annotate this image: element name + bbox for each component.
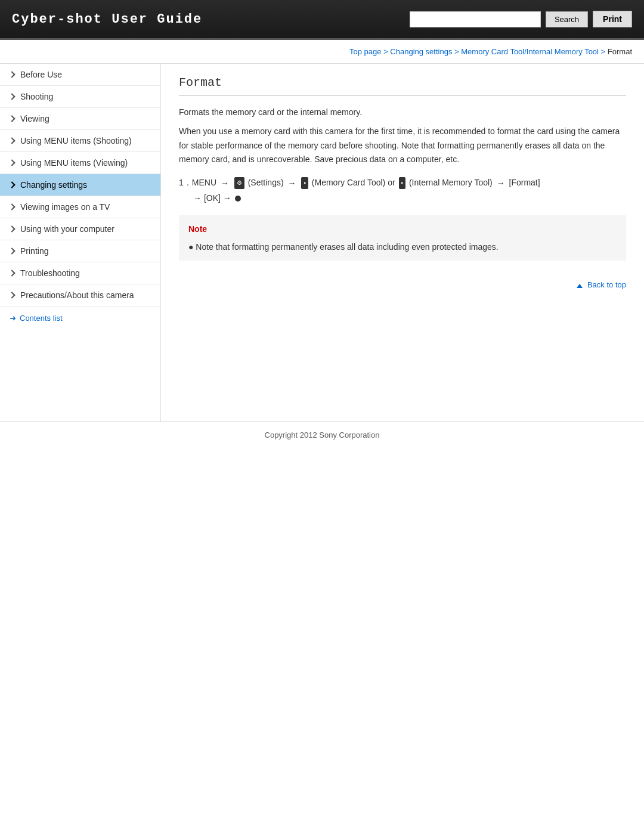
content-area: Format Formats the memory card or the in… — [161, 64, 644, 422]
page-title: Format — [179, 76, 626, 96]
note-label: Note — [188, 222, 617, 237]
sidebar-item-label: Changing settings — [20, 180, 87, 190]
settings-label: (Settings) — [248, 178, 284, 187]
arrow-ok: → [OK] → — [179, 193, 231, 203]
sidebar-item-shooting[interactable]: Shooting — [0, 86, 160, 108]
sidebar-item-label: Viewing — [20, 114, 49, 123]
chevron-right-icon — [8, 159, 15, 166]
sidebar-item-label: Using with your computer — [20, 224, 114, 234]
header-controls: Search Print — [410, 11, 632, 27]
memory-card-label: (Memory Card Tool) or — [312, 178, 395, 187]
description-1: Formats the memory card or the internal … — [179, 106, 626, 120]
sidebar-item-changing-settings[interactable]: Changing settings — [0, 174, 160, 196]
memory-card-icon: ▪ — [301, 177, 308, 189]
arrow-icon: → — [221, 176, 229, 191]
description-2: When you use a memory card with this cam… — [179, 125, 626, 167]
sidebar-item-label: Precautions/About this camera — [20, 290, 134, 300]
sidebar-item-viewing-images-tv[interactable]: Viewing images on a TV — [0, 196, 160, 218]
sidebar-item-precautions[interactable]: Precautions/About this camera — [0, 284, 160, 306]
chevron-right-icon — [8, 247, 15, 254]
breadcrumb-sep1: > — [383, 47, 390, 56]
sidebar-item-troubleshooting[interactable]: Troubleshooting — [0, 262, 160, 284]
note-box: Note Note that formatting permanently er… — [179, 215, 626, 261]
app-title: Cyber-shot User Guide — [12, 12, 202, 27]
sidebar-item-viewing[interactable]: Viewing — [0, 108, 160, 130]
chevron-right-icon — [8, 292, 15, 298]
back-to-top-link[interactable]: Back to top — [577, 280, 626, 289]
sidebar-item-label: Viewing images on a TV — [20, 202, 110, 212]
sidebar-item-label: Using MENU items (Viewing) — [20, 158, 128, 168]
breadcrumb-memory-card-tool[interactable]: Memory Card Tool/Internal Memory Tool — [461, 47, 599, 56]
back-to-top: Back to top — [179, 278, 626, 292]
internal-memory-label: (Internal Memory Tool) — [409, 178, 493, 187]
breadcrumb-current: Format — [608, 47, 632, 56]
chevron-right-icon — [8, 137, 15, 144]
sidebar-item-printing[interactable]: Printing — [0, 240, 160, 262]
copyright-text: Copyright 2012 Sony Corporation — [265, 431, 380, 439]
internal-memory-icon: ▪ — [399, 177, 406, 189]
content-body: Formats the memory card or the internal … — [179, 106, 626, 292]
chevron-right-icon — [8, 93, 15, 100]
arrow-right-icon: ➜ — [10, 314, 16, 323]
chevron-right-icon — [8, 115, 15, 122]
print-button[interactable]: Print — [593, 11, 632, 27]
chevron-right-icon — [8, 225, 15, 232]
sidebar-item-label: Troubleshooting — [20, 268, 80, 278]
contents-list-label: Contents list — [20, 314, 63, 323]
breadcrumb-changing-settings[interactable]: Changing settings — [390, 47, 452, 56]
breadcrumb-top-page[interactable]: Top page — [349, 47, 382, 56]
arrow-icon: → — [497, 176, 505, 191]
breadcrumb-sep2: > — [454, 47, 461, 56]
chevron-right-icon — [8, 181, 15, 188]
sidebar: Before Use Shooting Viewing Using MENU i… — [0, 64, 161, 422]
step-number: 1．MENU — [179, 178, 216, 187]
chevron-right-icon — [8, 203, 15, 210]
settings-icon: ⚙ — [234, 177, 244, 189]
sidebar-item-before-use[interactable]: Before Use — [0, 64, 160, 86]
sidebar-item-label: Before Use — [20, 70, 62, 79]
sidebar-item-using-with-computer[interactable]: Using with your computer — [0, 218, 160, 240]
chevron-right-icon — [8, 71, 15, 78]
format-label: [Format] — [509, 178, 540, 187]
main-layout: Before Use Shooting Viewing Using MENU i… — [0, 64, 644, 422]
sidebar-item-using-menu-viewing[interactable]: Using MENU items (Viewing) — [0, 152, 160, 174]
confirm-icon — [235, 196, 241, 202]
note-text: Note that formatting permanently erases … — [188, 240, 617, 253]
chevron-right-icon — [8, 270, 15, 276]
breadcrumb: Top page > Changing settings > Memory Ca… — [0, 40, 644, 64]
arrow-icon: → — [288, 176, 296, 191]
search-input[interactable] — [410, 11, 541, 27]
instruction-step: 1．MENU → ⚙ (Settings) → ▪ (Memory Card T… — [179, 175, 626, 206]
contents-list-link[interactable]: ➜ Contents list — [0, 306, 160, 330]
sidebar-item-label: Printing — [20, 246, 48, 256]
sidebar-item-label: Using MENU items (Shooting) — [20, 136, 132, 145]
triangle-up-icon — [577, 284, 583, 288]
sidebar-item-using-menu-shooting[interactable]: Using MENU items (Shooting) — [0, 130, 160, 152]
page-header: Cyber-shot User Guide Search Print — [0, 0, 644, 40]
search-button[interactable]: Search — [546, 11, 588, 27]
back-to-top-label: Back to top — [587, 280, 626, 289]
sidebar-item-label: Shooting — [20, 92, 53, 101]
page-footer: Copyright 2012 Sony Corporation — [0, 422, 644, 448]
breadcrumb-sep3: > — [601, 47, 608, 56]
